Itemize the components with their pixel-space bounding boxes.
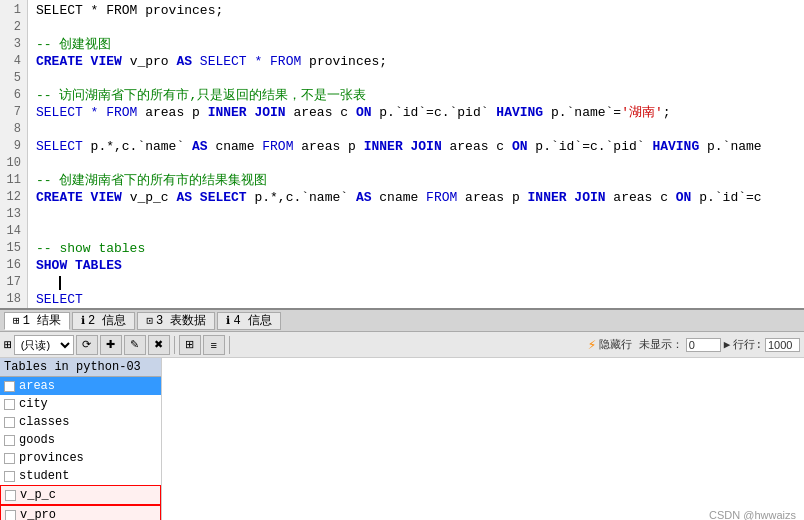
table-checkbox[interactable] (4, 399, 15, 410)
table-checkbox[interactable] (4, 417, 15, 428)
bottom-panel: ⊞1 结果ℹ2 信息⊡3 表数据ℹ4 信息 ⊞ (只读) ⟳ ✚ ✎ ✖ ⊞ ≡… (0, 310, 804, 520)
separator-1 (174, 336, 175, 354)
table-name-label: city (19, 397, 48, 411)
toolbar-btn-3[interactable]: ✎ (124, 335, 146, 355)
table-name-label: student (19, 469, 69, 483)
code-content[interactable]: SELECT * FROM provinces; -- 创建视图CREATE V… (28, 0, 804, 308)
table-name-label: v_p_c (20, 488, 56, 502)
tab-icon-2: ⊡ (146, 314, 153, 327)
tab-bar: ⊞1 结果ℹ2 信息⊡3 表数据ℹ4 信息 (0, 310, 804, 332)
toolbar-btn-2[interactable]: ✚ (100, 335, 122, 355)
table-list-item[interactable]: goods (0, 431, 161, 449)
table-list-items: areascityclassesgoodsprovincesstudentv_p… (0, 377, 161, 520)
table-list-item[interactable]: v_pro (0, 505, 161, 520)
tab-icon-0: ⊞ (13, 314, 20, 327)
table-list-item[interactable]: student (0, 467, 161, 485)
table-checkbox[interactable] (5, 510, 16, 521)
tab-1[interactable]: ℹ2 信息 (72, 312, 135, 330)
table-list-item[interactable]: classes (0, 413, 161, 431)
table-checkbox[interactable] (5, 490, 16, 501)
table-name-label: classes (19, 415, 69, 429)
row-limit-input[interactable] (765, 338, 800, 352)
line-numbers: 123456789101112131415161718 (0, 0, 28, 308)
tab-2[interactable]: ⊡3 表数据 (137, 312, 215, 330)
table-name-label: goods (19, 433, 55, 447)
tab-label-1: 2 信息 (88, 312, 126, 329)
filter-label: 隐藏行 未显示： (599, 337, 683, 352)
table-list-item[interactable]: provinces (0, 449, 161, 467)
tab-0[interactable]: ⊞1 结果 (4, 312, 70, 330)
table-checkbox[interactable] (4, 435, 15, 446)
table-checkbox[interactable] (4, 471, 15, 482)
toolbar-btn-5[interactable]: ⊞ (179, 335, 201, 355)
filter-icon: ⚡ (588, 336, 596, 353)
table-list-item[interactable]: v_p_c (0, 485, 161, 505)
table-list[interactable]: Tables in python-03 areascityclassesgood… (0, 358, 162, 520)
toolbar-btn-1[interactable]: ⟳ (76, 335, 98, 355)
tab-icon-1: ℹ (81, 314, 85, 327)
code-editor[interactable]: 123456789101112131415161718 SELECT * FRO… (0, 0, 804, 310)
results-area: Tables in python-03 areascityclassesgood… (0, 358, 804, 520)
row-limit-label: 行行: (733, 337, 762, 352)
table-list-item[interactable]: city (0, 395, 161, 413)
table-list-header: Tables in python-03 (0, 358, 161, 377)
tab-icon-3: ℹ (226, 314, 230, 327)
table-checkbox[interactable] (4, 453, 15, 464)
results-data: CSDN @hwwaizs (162, 358, 804, 520)
row-count-label: ▶ (724, 338, 731, 351)
readonly-select[interactable]: (只读) (14, 335, 74, 355)
table-checkbox[interactable] (4, 381, 15, 392)
separator-2 (229, 336, 230, 354)
grid-icon: ⊞ (4, 337, 12, 353)
tab-label-2: 3 表数据 (156, 312, 206, 329)
tab-3[interactable]: ℹ4 信息 (217, 312, 280, 330)
table-name-label: v_pro (20, 508, 56, 520)
tab-label-0: 1 结果 (23, 312, 61, 329)
toolbar-btn-4[interactable]: ✖ (148, 335, 170, 355)
table-name-label: areas (19, 379, 55, 393)
toolbar: ⊞ (只读) ⟳ ✚ ✎ ✖ ⊞ ≡ ⚡ 隐藏行 未显示： ▶ 行行: (0, 332, 804, 358)
table-list-item[interactable]: areas (0, 377, 161, 395)
table-name-label: provinces (19, 451, 84, 465)
tab-label-3: 4 信息 (233, 312, 271, 329)
toolbar-btn-6[interactable]: ≡ (203, 335, 225, 355)
watermark: CSDN @hwwaizs (709, 509, 796, 520)
row-start-input[interactable] (686, 338, 721, 352)
toolbar-right: ⚡ 隐藏行 未显示： ▶ 行行: (588, 336, 800, 353)
